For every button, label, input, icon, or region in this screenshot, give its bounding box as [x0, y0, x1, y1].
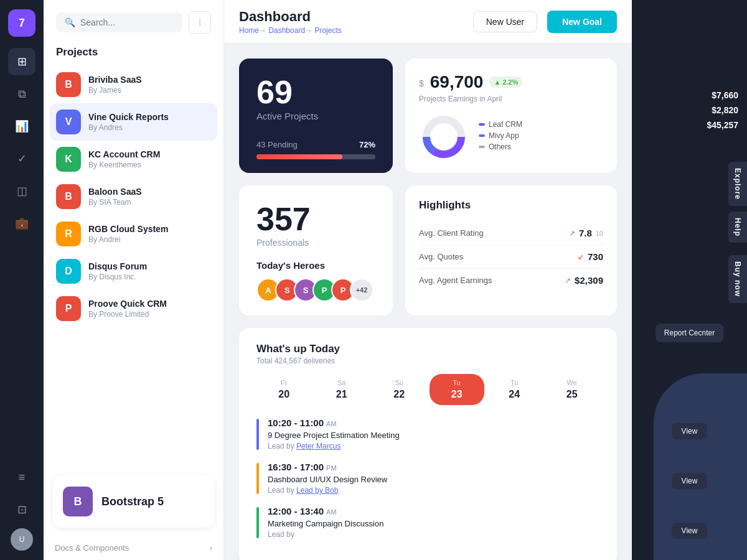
highlight-value: 730: [588, 251, 603, 262]
project-item[interactable]: D Disqus Forum By Disqus Inc.: [50, 253, 217, 290]
breadcrumb-dashboard: Dashboard: [268, 26, 305, 35]
sidebar-icon-bottom2[interactable]: ⊡: [8, 496, 35, 523]
project-name: Baloon SaaS: [88, 187, 211, 197]
project-list: B Briviba SaaS By James V Vine Quick Rep…: [44, 66, 223, 466]
highlights-card: Highlights Avg. Client Rating ↗ 7.8 10 A…: [405, 185, 617, 315]
new-goal-button[interactable]: New Goal: [547, 11, 617, 33]
cal-day-num: 25: [566, 389, 578, 400]
docs-bar[interactable]: Docs & Components ›: [44, 537, 223, 560]
view-button-3[interactable]: View: [672, 523, 708, 539]
calendar-day[interactable]: Tu 24: [487, 374, 542, 405]
calendar-day[interactable]: Tu 23: [430, 374, 485, 405]
page-title: Dashboard: [239, 9, 463, 25]
legend-item: Leaf CRM: [479, 120, 561, 129]
sidebar-icon-stack[interactable]: ◫: [8, 177, 35, 205]
topbar-title-area: Dashboard Home→ Dashboard→ Projects: [239, 9, 463, 35]
view-button-2[interactable]: View: [672, 473, 708, 489]
event-ampm: PM: [326, 464, 337, 472]
calendar-day[interactable]: Fr 20: [256, 374, 312, 405]
event-ampm: AM: [326, 508, 337, 516]
earnings-label: Projects Earnings in April: [419, 95, 603, 103]
highlight-value-row: ↗ $2,309: [565, 275, 603, 286]
project-item[interactable]: R RGB Cloud System By Andrei: [50, 215, 217, 253]
highlight-value: 7.8: [579, 228, 592, 238]
project-item[interactable]: K KC Account CRM By Keenthemes: [50, 141, 217, 178]
event-time-row: 12:00 - 13:40 AM: [268, 506, 383, 516]
cal-day-name: Fr: [281, 379, 287, 386]
report-center-button[interactable]: Report Cecnter: [655, 324, 723, 342]
project-item[interactable]: V Vine Quick Reports By Andres: [50, 103, 217, 141]
event-ampm: AM: [326, 420, 337, 427]
project-name: Disqus Forum: [88, 261, 211, 271]
heroes-label: Today's Heroes: [256, 260, 375, 271]
breadcrumb: Home→ Dashboard→ Projects: [239, 26, 463, 35]
sidebar-icon-brief[interactable]: 💼: [8, 210, 35, 237]
project-name: Proove Quick CRM: [88, 299, 211, 309]
highlight-value: $2,309: [575, 275, 603, 286]
sidebar-icon-check[interactable]: ✓: [8, 145, 35, 172]
project-name: KC Account CRM: [88, 149, 211, 159]
dashboard-body: 69 Active Projects 43 Pending 72% $ 69,7…: [224, 44, 632, 560]
user-avatar[interactable]: U: [11, 528, 33, 551]
calendar-day[interactable]: Su 22: [372, 374, 427, 405]
earnings-legend: Leaf CRMMivy AppOthers: [479, 120, 561, 154]
event-time-row: 16:30 - 17:00 PM: [268, 462, 387, 472]
view-button-1[interactable]: View: [672, 423, 708, 439]
project-item[interactable]: P Proove Quick CRM By Proove Limited: [50, 290, 217, 327]
project-name: RGB Cloud System: [88, 224, 211, 234]
project-item[interactable]: B Briviba SaaS By James: [50, 66, 217, 103]
professionals-number: 357: [256, 203, 375, 235]
event-lead-link[interactable]: Lead by Bob: [296, 486, 338, 495]
new-user-button[interactable]: New User: [473, 11, 537, 32]
project-by: By Andres: [88, 123, 211, 132]
project-info: RGB Cloud System By Andrei: [88, 224, 211, 244]
pending-pct: 72%: [359, 140, 375, 149]
help-tab[interactable]: Help: [728, 212, 747, 243]
cal-day-num: 21: [336, 389, 347, 400]
sidebar-icon-bottom1[interactable]: ≡: [8, 464, 35, 491]
calendar-event: 16:30 - 17:00 PM Dashboard UI/UX Design …: [256, 462, 599, 495]
progress-bar-inner: [256, 154, 342, 159]
active-projects-card: 69 Active Projects 43 Pending 72%: [239, 58, 393, 173]
project-by: By Andrei: [88, 235, 211, 244]
event-lead: Lead by Lead by Bob: [268, 486, 387, 495]
calendar-event: 12:00 - 13:40 AM Marketing Campaign Disc…: [256, 506, 599, 539]
right-panel: Explore Help Buy now Report Cecnter View…: [632, 0, 747, 560]
bootstrap-promo-card: B Bootstrap 5: [53, 475, 214, 528]
highlight-row: Avg. Quotes ↙ 730: [419, 245, 603, 269]
calendar-day[interactable]: We 25: [545, 374, 600, 405]
pending-label: 43 Pending: [256, 140, 298, 149]
project-info: Disqus Forum By Disqus Inc.: [88, 261, 211, 281]
right-earnings-val: $45,257: [707, 120, 738, 130]
progress-bar: [256, 154, 375, 159]
calendar-day[interactable]: Sa 21: [314, 374, 370, 405]
filter-button[interactable]: ⧘: [189, 11, 211, 34]
earnings-chart-row: Leaf CRMMivy AppOthers $7,660$2,820$45,2…: [419, 112, 603, 162]
cal-day-name: Su: [395, 379, 403, 386]
project-item[interactable]: B Baloon SaaS By SIA Team: [50, 178, 217, 215]
active-projects-number: 69: [256, 76, 375, 108]
project-info: Proove Quick CRM By Proove Limited: [88, 299, 211, 319]
breadcrumb-home: Home: [239, 26, 259, 35]
search-input[interactable]: [80, 17, 174, 27]
project-info: KC Account CRM By Keenthemes: [88, 149, 211, 169]
buynow-tab[interactable]: Buy now: [728, 255, 747, 303]
sidebar-icon-layers[interactable]: ⧉: [8, 80, 35, 108]
professionals-label: Professionals: [256, 238, 375, 248]
search-box[interactable]: 🔍: [56, 12, 182, 32]
professionals-card: 357 Professionals Today's Heroes ASSPP+4…: [239, 185, 393, 315]
event-lead-link[interactable]: Peter Marcus: [296, 442, 341, 450]
top-row: 69 Active Projects 43 Pending 72% $ 69,7…: [239, 58, 617, 173]
earnings-dollar: $: [419, 78, 424, 88]
highlight-label: Avg. Agent Earnings: [419, 276, 492, 285]
event-details: 12:00 - 13:40 AM Marketing Campaign Disc…: [268, 506, 383, 539]
sidebar-icon-chart[interactable]: 📊: [8, 113, 35, 140]
legend-item: Others: [479, 142, 561, 151]
project-logo: P: [56, 296, 81, 321]
breadcrumb-current: Projects: [314, 26, 341, 35]
sidebar-icon-grid[interactable]: ⊞: [8, 48, 35, 75]
explore-tab[interactable]: Explore: [728, 162, 747, 206]
project-logo: V: [56, 110, 81, 134]
earnings-value: $45,257: [571, 144, 603, 154]
highlight-sub: 10: [596, 230, 603, 237]
